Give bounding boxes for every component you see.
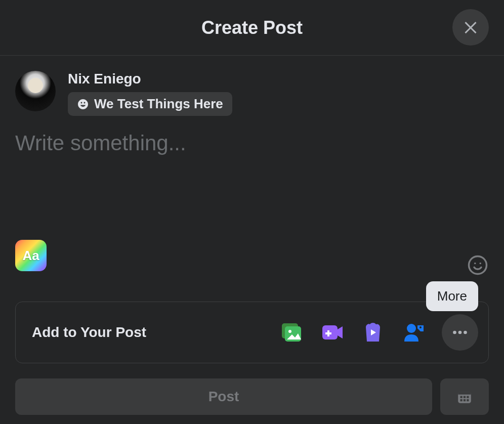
post-button[interactable]: Post: [15, 378, 432, 415]
compose-area: Aa: [0, 116, 504, 276]
video-plus-icon: [320, 320, 345, 345]
video-room-button[interactable]: [320, 320, 345, 345]
more-button[interactable]: More: [442, 314, 478, 351]
background-picker-label: Aa: [22, 248, 39, 264]
watch-party-button[interactable]: [361, 320, 385, 345]
svg-point-9: [407, 324, 416, 333]
addons-bar: Add to Your Post: [15, 302, 489, 363]
close-icon: [461, 18, 480, 36]
emoji-icon: [467, 255, 488, 276]
footer: Post: [0, 363, 504, 424]
compose-input[interactable]: [15, 131, 489, 222]
svg-point-12: [458, 331, 462, 334]
svg-point-10: [419, 326, 422, 328]
group-icon: [77, 98, 89, 110]
tag-person-icon: [401, 320, 426, 345]
svg-point-0: [469, 257, 487, 274]
user-row: Nix Eniego We Test Things Here: [0, 56, 504, 116]
tag-people-button[interactable]: [401, 320, 426, 345]
avatar[interactable]: [15, 71, 56, 111]
addons-label: Add to Your Post: [32, 324, 146, 341]
audience-selector[interactable]: We Test Things Here: [68, 92, 232, 116]
more-icon: [451, 323, 469, 342]
svg-point-2: [480, 263, 482, 265]
addons-icons: More: [280, 314, 478, 351]
audience-label: We Test Things Here: [94, 96, 223, 112]
svg-point-13: [464, 331, 467, 334]
svg-rect-20: [464, 399, 466, 401]
svg-rect-19: [460, 399, 463, 401]
user-meta: Nix Eniego We Test Things Here: [68, 71, 232, 116]
user-name: Nix Eniego: [68, 71, 232, 87]
more-tooltip: More: [426, 281, 478, 311]
svg-rect-16: [460, 396, 463, 398]
popcorn-icon: [361, 320, 385, 345]
svg-point-5: [288, 330, 291, 333]
create-post-modal: Create Post Nix Eniego We Test Things He…: [0, 0, 504, 424]
svg-rect-15: [458, 392, 471, 395]
close-button[interactable]: [452, 9, 489, 46]
svg-rect-18: [467, 396, 469, 398]
photo-video-button[interactable]: [280, 320, 304, 345]
svg-rect-21: [467, 399, 469, 401]
calendar-icon: [456, 388, 473, 405]
background-picker-button[interactable]: Aa: [15, 240, 47, 271]
svg-point-1: [474, 263, 476, 265]
svg-point-11: [453, 331, 456, 334]
photo-icon: [280, 320, 304, 345]
svg-rect-17: [464, 396, 466, 398]
modal-title: Create Post: [201, 17, 303, 38]
modal-header: Create Post: [0, 0, 504, 56]
emoji-button[interactable]: [467, 254, 489, 276]
svg-rect-8: [325, 332, 331, 334]
schedule-button[interactable]: [440, 378, 489, 415]
